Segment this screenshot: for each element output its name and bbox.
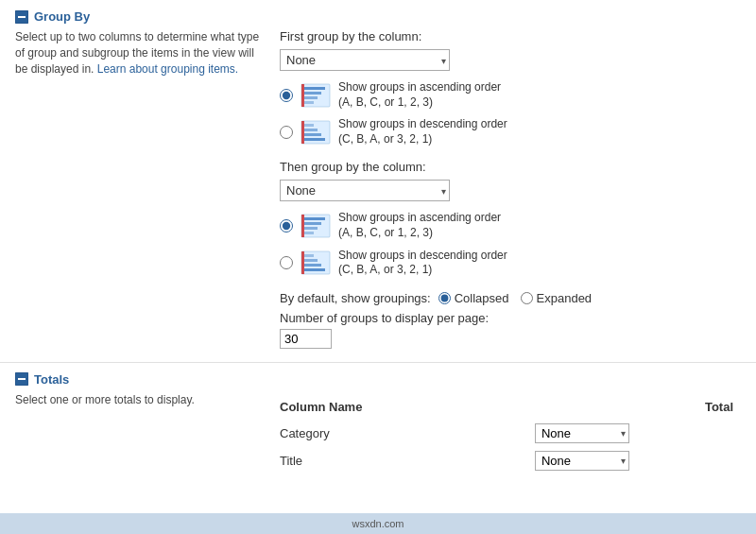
total-select-cell: None▾: [535, 447, 741, 474]
svg-rect-6: [304, 101, 314, 104]
then-desc-text: Show groups in descending order (C, B, A…: [338, 249, 507, 278]
first-asc-icon: [301, 83, 331, 108]
first-group-select-wrapper: None ▾: [280, 49, 450, 71]
then-asc-radio[interactable]: [280, 219, 293, 233]
then-group-label: Then group by the column:: [280, 160, 741, 174]
then-group-select[interactable]: None: [280, 180, 450, 201]
expanded-label: Expanded: [537, 291, 593, 305]
svg-rect-25: [301, 251, 304, 274]
svg-rect-7: [301, 84, 304, 107]
svg-rect-10: [304, 129, 318, 131]
first-desc-text: Show groups in descending order (C, B, A…: [338, 117, 507, 146]
svg-rect-5: [304, 96, 318, 99]
svg-rect-13: [301, 121, 304, 144]
footer-text: wsxdn.com: [352, 518, 404, 529]
first-group-select[interactable]: None: [280, 49, 450, 71]
then-asc-text: Show groups in ascending order (A, B, C,…: [338, 211, 501, 240]
first-asc-text: Show groups in ascending order (A, B, C,…: [338, 80, 501, 110]
svg-rect-4: [304, 92, 321, 95]
col-name-header: Column Name: [280, 396, 535, 420]
show-groupings-label: By default, show groupings:: [280, 291, 431, 305]
collapsed-radio[interactable]: [438, 292, 451, 304]
totals-description: Select one or more totals to display.: [15, 392, 261, 408]
svg-rect-23: [304, 264, 321, 267]
svg-rect-18: [304, 232, 314, 234]
expanded-option[interactable]: Expanded: [521, 291, 593, 305]
total-select-cell: None▾: [535, 420, 741, 447]
collapsed-option[interactable]: Collapsed: [438, 291, 509, 305]
svg-rect-12: [304, 138, 325, 141]
svg-rect-15: [304, 217, 325, 220]
total-select-1[interactable]: None: [535, 451, 629, 471]
svg-rect-3: [304, 87, 325, 90]
num-groups-label: Number of groups to display per page:: [280, 311, 741, 325]
then-asc-icon: [301, 214, 331, 238]
first-desc-icon: [301, 120, 331, 145]
first-group-label: First group by the column:: [280, 29, 741, 43]
page-footer: wsxdn.com: [0, 513, 756, 534]
total-select-0[interactable]: None: [535, 423, 629, 443]
num-groups-input[interactable]: [280, 329, 332, 349]
group-by-description: Select up to two columns to determine wh…: [15, 29, 261, 77]
table-row: CategoryNone▾: [280, 420, 741, 447]
svg-rect-11: [304, 133, 321, 136]
svg-rect-24: [304, 268, 325, 271]
first-desc-radio[interactable]: [280, 126, 293, 139]
first-desc-option[interactable]: Show groups in descending order (C, B, A…: [280, 117, 741, 146]
svg-rect-19: [301, 215, 304, 237]
then-desc-option[interactable]: Show groups in descending order (C, B, A…: [280, 249, 741, 278]
svg-rect-21: [304, 254, 314, 257]
totals-collapse-icon[interactable]: [15, 372, 28, 386]
totals-table: Column Name Total CategoryNone▾TitleNone…: [280, 396, 741, 474]
svg-rect-16: [304, 222, 321, 225]
then-asc-option[interactable]: Show groups in ascending order (A, B, C,…: [280, 211, 741, 240]
svg-rect-9: [304, 124, 314, 127]
collapsed-label: Collapsed: [455, 291, 509, 305]
then-group-select-wrapper: None ▾: [280, 180, 450, 201]
first-asc-radio[interactable]: [280, 89, 293, 102]
table-row: TitleNone▾: [280, 447, 741, 474]
totals-title: Totals: [34, 372, 69, 387]
svg-rect-17: [304, 227, 318, 230]
group-by-title: Group By: [34, 9, 90, 24]
total-header: Total: [535, 396, 741, 420]
learn-more-link[interactable]: Learn about grouping items.: [97, 62, 238, 76]
first-asc-option[interactable]: Show groups in ascending order (A, B, C,…: [280, 80, 741, 110]
total-column-name: Title: [280, 447, 535, 474]
collapse-icon[interactable]: [15, 10, 28, 24]
expanded-radio[interactable]: [521, 292, 533, 304]
then-desc-icon: [301, 250, 331, 275]
svg-rect-22: [304, 259, 318, 262]
then-desc-radio[interactable]: [280, 256, 293, 269]
show-groupings-row: By default, show groupings: Collapsed Ex…: [280, 291, 741, 305]
total-column-name: Category: [280, 420, 535, 447]
